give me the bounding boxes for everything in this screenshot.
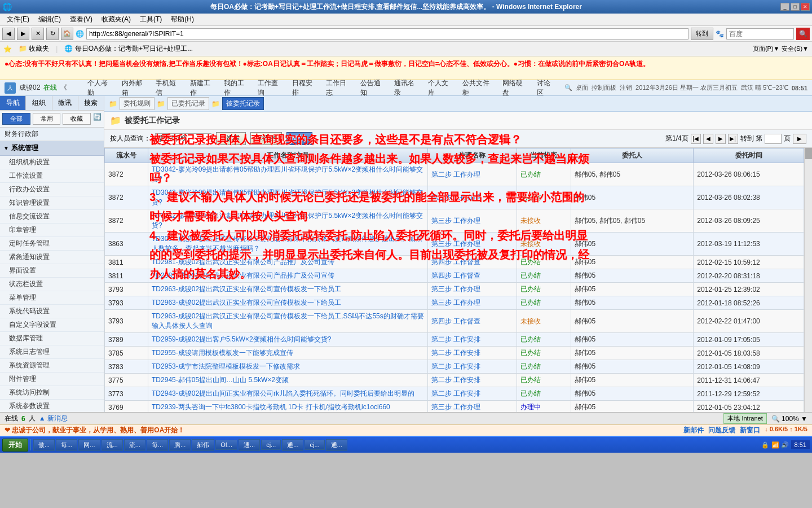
search-button[interactable]: 🔍 — [796, 28, 810, 40]
stop-button[interactable]: ✕ — [32, 28, 44, 40]
sidebar-dept[interactable]: 财务行政部 — [0, 128, 104, 141]
taskbar-item-5[interactable]: 流... — [124, 439, 145, 451]
work-title-link[interactable]: TD2963-成骏02提出武汉正实业有限公司宣传模板发一下给员工,SS吗不达55… — [152, 312, 424, 330]
sidebar-item-params[interactable]: 系统参数设置 — [0, 400, 104, 412]
nav-schedule[interactable]: 日程安排 — [290, 77, 319, 99]
sidebar-item-seal[interactable]: 印章管理 — [0, 224, 104, 237]
sidebar-item-log[interactable]: 系统日志管理 — [0, 345, 104, 359]
work-title-link[interactable]: TD2963-成骏02提出武汉正实业有限公司宣传模板发一下给员工 — [152, 299, 341, 306]
step-link[interactable]: 第三步 工作办理 — [431, 403, 480, 411]
work-title-link[interactable]: TD2963-成骏02提出武汉正实业有限公司宣传模板发一下给员工 — [152, 285, 341, 293]
feedback-link[interactable]: 问题反馈 — [708, 426, 735, 435]
step-link[interactable]: 第三步 工作办理 — [431, 240, 480, 248]
close-button[interactable]: ✕ — [801, 3, 810, 11]
new-message-badge[interactable]: ▲ 新消息 — [39, 414, 68, 423]
sidebar-item-info[interactable]: 信息交流设置 — [0, 210, 104, 224]
address-input[interactable]: http://cs:88/general/?ISPIRIT=1 — [86, 28, 689, 40]
sidebar-item-org[interactable]: 组织机构设置 — [0, 156, 104, 169]
sidebar-item-workflow[interactable]: 工作流设置 — [0, 169, 104, 183]
nav-mailbox[interactable]: 内外邮箱 — [120, 77, 149, 99]
work-title-link[interactable]: TD2981-成骏02提出武汉正实业有限公司产品推广及公司宣传 — [152, 271, 334, 279]
menu-favorites[interactable]: 收藏夹(A) — [97, 14, 135, 25]
safety-btn[interactable]: 安全(S)▼ — [782, 45, 809, 53]
step-link[interactable]: 第四步 工作督查 — [431, 271, 480, 279]
work-title-link[interactable]: TD3042-廖光玲09提出请郝伟05帮助办理四川省环境保护厅5.5kW×2变频… — [152, 165, 423, 183]
nav-network-disk[interactable]: 网络硬盘 — [500, 77, 529, 99]
expand-icon[interactable]: 《 — [60, 83, 67, 93]
sidebar-item-knowledge[interactable]: 知识管理设置 — [0, 196, 104, 210]
sidebar-item-access[interactable]: 系统访问控制 — [0, 386, 104, 400]
taskbar-item-11[interactable]: cj... — [261, 440, 281, 450]
search-input[interactable] — [726, 28, 794, 40]
taskbar-item-10[interactable]: 通... — [239, 439, 260, 451]
work-title-link[interactable]: TD2955-成骏请用模板模板发一下能够完成宣传 — [152, 349, 293, 357]
work-title-link[interactable]: TD2943-成骏02提出山间正实业有限公司rk儿陷入委托死循环。同时委托后要给… — [152, 389, 414, 397]
nav-new-work[interactable]: 新建工作 — [188, 77, 217, 99]
menu-edit[interactable]: 编辑(E) — [34, 14, 65, 25]
go-button[interactable]: 转到 — [691, 28, 713, 40]
fav-oa-item[interactable]: 🌐 每日OA必做：记考勤+写日记+处理工... — [62, 43, 195, 55]
work-title-link[interactable]: TD2939-两头咨询一下中fc3800卡指纹考勤机 1D卡 打卡机/指纹考勤机… — [152, 403, 390, 411]
breadcrumb-delegated[interactable]: 已委托记录 — [167, 97, 209, 110]
step-link[interactable]: 第二步 工作安排 — [431, 349, 480, 357]
breadcrumb-received[interactable]: 被委托记录 — [222, 97, 264, 110]
step-link[interactable]: 第二步 工作安排 — [431, 335, 480, 343]
new-window-link[interactable]: 新窗口 — [740, 426, 760, 435]
work-title-link[interactable]: TD2945-郝伟05提出山间…山山 5.5kW×2变频 — [152, 376, 289, 384]
taskbar-item-7[interactable]: 腾... — [169, 439, 191, 451]
step-link[interactable]: 第三步 工作办理 — [431, 285, 480, 293]
taskbar-item-13[interactable]: cj... — [304, 440, 324, 450]
taskbar-item-8[interactable]: 郝伟 — [192, 439, 214, 451]
taskbar-item-1[interactable]: 傲... — [33, 439, 55, 451]
work-title-link[interactable]: TD3042-廖光玲09提出请郝伟05帮助办理四川省环境保护厅5.5kW×2变频… — [152, 212, 423, 229]
nav-personal-library[interactable]: 个人文库 — [426, 77, 455, 99]
desktop-link[interactable]: 桌面 — [576, 84, 588, 92]
step-link[interactable]: 第三步 工作办理 — [431, 217, 480, 225]
back-button[interactable]: ◀ — [2, 28, 15, 40]
sidebar-item-menu[interactable]: 菜单管理 — [0, 291, 104, 305]
logout-link[interactable]: 注销 — [620, 84, 632, 92]
taskbar-item-6[interactable]: 每... — [147, 439, 168, 451]
last-page-button[interactable]: ▶| — [728, 134, 738, 144]
next-page-button[interactable]: ▶ — [716, 134, 726, 144]
breadcrumb-delegate-rules[interactable]: 委托规则 — [120, 97, 155, 110]
taskbar-item-9[interactable]: Of... — [215, 440, 237, 450]
nav-contacts[interactable]: 通讯名录 — [392, 77, 421, 99]
sidebar-item-urgent[interactable]: 紧急通知设置 — [0, 251, 104, 264]
step-link[interactable]: 第二步 工作安排 — [431, 389, 480, 397]
sidebar-item-admin[interactable]: 行政办公设置 — [0, 183, 104, 196]
nav-public-cabinet[interactable]: 公共文件柜 — [460, 77, 496, 99]
home-button[interactable]: 🏠 — [61, 28, 73, 40]
refresh-button[interactable]: ↻ — [46, 28, 59, 40]
work-title-link[interactable]: TD2981-成骏02提出武汉正实业有限公司产品推广及公司宣传 — [152, 258, 334, 266]
work-title-link[interactable]: TD2953-成宁市法院整理模板模板发一下修改需求 — [152, 362, 300, 370]
sidebar-item-code[interactable]: 系统代码设置 — [0, 305, 104, 318]
step-link[interactable]: 第四步 工作督查 — [431, 258, 480, 266]
sidebar-item-custom-field[interactable]: 自定义字段设置 — [0, 318, 104, 332]
goto-button[interactable]: ▶ — [793, 134, 806, 144]
goto-input[interactable] — [765, 134, 782, 144]
sidebar-item-ui[interactable]: 界面设置 — [0, 264, 104, 278]
filter-favorites[interactable]: 收藏 — [63, 113, 91, 125]
tab-organization[interactable]: 组织 — [26, 96, 52, 110]
step-link[interactable]: 第二步 工作办理 — [431, 170, 480, 178]
sidebar-item-db[interactable]: 数据库管理 — [0, 332, 104, 345]
menu-tools[interactable]: 工具(T) — [135, 14, 166, 25]
nav-work-query[interactable]: 工作查询 — [255, 77, 285, 99]
search-icon-top[interactable]: 🔍 — [564, 84, 572, 91]
taskbar-item-4[interactable]: 流... — [102, 439, 123, 451]
controlpanel-link[interactable]: 控制面板 — [592, 84, 616, 92]
step-link[interactable]: 第二步 工作办理 — [431, 194, 480, 202]
filter-all[interactable]: 全部 — [2, 113, 30, 125]
work-title-link[interactable]: TD3033-成骏02提出正式宣传资料二委托记录如果不按具体人查询则条件越多越出… — [152, 235, 422, 252]
sidebar-item-resource[interactable]: 系统资源管理 — [0, 359, 104, 373]
taskbar-item-14[interactable]: 通... — [326, 439, 347, 451]
nav-announcement[interactable]: 公告通知 — [358, 77, 387, 99]
filter-common[interactable]: 常用 — [33, 113, 61, 125]
taskbar-item-2[interactable]: 每... — [56, 439, 77, 451]
minimize-button[interactable]: _ — [780, 3, 789, 11]
nav-forum[interactable]: 讨论区 — [535, 77, 558, 99]
taskbar-item-12[interactable]: 通... — [282, 439, 303, 451]
menu-file[interactable]: 文件(E) — [2, 14, 34, 25]
nav-sms[interactable]: 手机短信 — [153, 77, 183, 99]
